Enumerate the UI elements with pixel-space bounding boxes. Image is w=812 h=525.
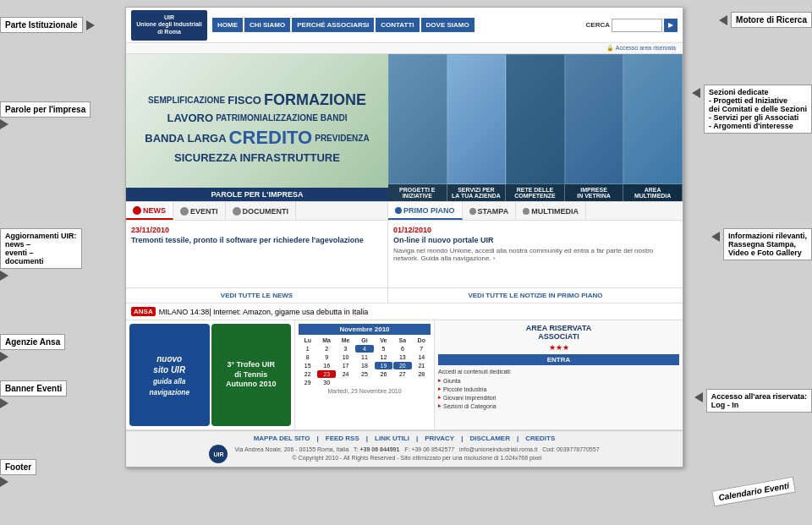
cal-ma: Ma	[317, 336, 335, 344]
cal-30[interactable]: 30	[317, 379, 335, 386]
nav-dove[interactable]: DOVE SIAMO	[421, 18, 475, 32]
cal-17[interactable]: 17	[337, 362, 354, 369]
hero-nav-imprese[interactable]: IMPRESEIN VETRINA	[565, 184, 624, 201]
cal-21[interactable]: 21	[413, 362, 431, 369]
cal-gi: Gi	[355, 336, 373, 344]
footer-privacy[interactable]: PRIVACY	[425, 435, 454, 442]
primo-piano-date: 01/12/2010	[393, 226, 678, 234]
cal-11[interactable]: 11	[355, 353, 373, 361]
cal-16[interactable]: 16	[317, 362, 335, 369]
documenti-icon	[233, 207, 241, 216]
cal-18[interactable]: 18	[355, 362, 373, 369]
cal-24[interactable]: 24	[337, 370, 354, 378]
footer-sep4: |	[461, 435, 463, 442]
cal-14[interactable]: 14	[413, 353, 431, 361]
hero-nav-bar: PROGETTI EINIZIATIVE SERVIZI PERLA TUA A…	[388, 184, 683, 201]
news-right-tabs: PRIMO PIANO STAMPA MULTIMEDIA	[388, 202, 683, 221]
banner-area: nuovosito UIRguida allanavigazione 3° Tr…	[126, 320, 295, 429]
search-input[interactable]	[612, 19, 662, 32]
tab-multimedia[interactable]: MULTIMEDIA	[516, 202, 586, 220]
cal-4[interactable]: 4	[355, 345, 373, 353]
bottom-section: nuovosito UIRguida allanavigazione 3° Tr…	[126, 320, 683, 430]
footer-link-utili[interactable]: LINK UTILI	[375, 435, 409, 442]
cal-ve: Ve	[375, 336, 392, 344]
cal-6[interactable]: 6	[393, 345, 411, 353]
kw-credito: CREDITO	[229, 127, 313, 149]
footer-credits[interactable]: CREDITS	[525, 435, 555, 442]
area-list: Giunta Piccole Industria Giovani Imprend…	[438, 376, 679, 410]
banner-trofeo[interactable]: 3° Trofeo UIRdi TennisAutunno 2010	[211, 324, 292, 426]
cal-lu: Lu	[299, 336, 316, 344]
news-left: NEWS EVENTI DOCUMENTI 23/11/2010 Tremont…	[126, 202, 388, 303]
cal-23[interactable]: 23	[317, 370, 335, 378]
cal-28[interactable]: 28	[413, 370, 431, 378]
cal-3[interactable]: 3	[337, 345, 354, 353]
tab-primo-piano[interactable]: PRIMO PIANO	[388, 202, 463, 220]
cal-25[interactable]: 25	[355, 370, 373, 378]
arrow-left-icon2	[692, 88, 700, 98]
cal-10[interactable]: 10	[337, 353, 354, 361]
hero-nav-servizi[interactable]: SERVIZI PERLA TUA AZIENDA	[447, 184, 507, 201]
cal-9[interactable]: 9	[317, 353, 335, 361]
tab-news[interactable]: NEWS	[126, 202, 173, 220]
ansa-ticker: MILANO 14:38| Internet: Amazon, gigame u…	[159, 308, 368, 316]
arrow-right-icon2	[0, 119, 8, 129]
cal-22[interactable]: 22	[299, 370, 316, 378]
cal-26[interactable]: 26	[375, 370, 392, 378]
search-button[interactable]: ▶	[664, 19, 678, 32]
hero-cell-3	[506, 54, 565, 184]
hero-nav-area[interactable]: AREAMULTIMEDIA	[623, 184, 683, 201]
nav-home[interactable]: HOME	[212, 18, 243, 32]
area-intro: Accedi ai contenuti dedicati:	[438, 369, 679, 375]
news-tabs: NEWS EVENTI DOCUMENTI	[126, 202, 387, 221]
cal-7[interactable]: 7	[413, 345, 431, 353]
motore-ricerca-label: Motore di Ricerca	[719, 12, 812, 28]
area-entra-button[interactable]: ENTRA	[438, 354, 679, 365]
footer-disclamer[interactable]: DISCLAMER	[469, 435, 510, 442]
cal-5[interactable]: 5	[375, 345, 392, 353]
parte-istituzionale-label: Parte Istituzionale	[0, 17, 95, 33]
news-right-footer[interactable]: VEDI TUTTE LE NOTIZIE IN PRIMO PIANO	[388, 287, 683, 303]
banner-eventi-label: Banner Eventi	[0, 380, 67, 408]
calendario-eventi-label: Calendario Eventi	[711, 477, 796, 507]
ansa-bar: ANSA MILANO 14:38| Internet: Amazon, gig…	[126, 304, 683, 320]
footer-copyright: © Copyright 2010 - All Rights Reserved -…	[234, 454, 599, 462]
cal-19[interactable]: 19	[375, 362, 392, 369]
tab-stampa[interactable]: STAMPA	[463, 202, 517, 220]
area-list-giunta[interactable]: Giunta	[438, 376, 679, 385]
hero-section: SEMPLIFICAZIONE FISCO FORMAZIONE LAVORO …	[126, 54, 683, 202]
area-list-giovani[interactable]: Giovani Imprenditori	[438, 393, 679, 402]
accesso-area-label: Accesso all'area riservata: Log - In	[694, 389, 812, 413]
hero-image: PROGETTI EINIZIATIVE SERVIZI PERLA TUA A…	[388, 54, 683, 201]
hero-nav-rete[interactable]: RETE DELLECOMPETENZE	[506, 184, 565, 201]
area-list-piccole[interactable]: Piccole Industria	[438, 385, 679, 393]
banner-nuovo-sito[interactable]: nuovosito UIRguida allanavigazione	[129, 324, 210, 426]
tab-documenti[interactable]: DOCUMENTI	[226, 202, 297, 220]
lock-icon: 🔒	[606, 45, 614, 51]
nav-bar: HOME CHI SIAMO PERCHÉ ASSOCIARSI CONTATT…	[212, 18, 583, 32]
area-list-sezioni[interactable]: Sezioni di Categoria	[438, 402, 679, 410]
nav-chi-siamo[interactable]: CHI SIAMO	[244, 18, 290, 32]
cal-8[interactable]: 8	[299, 353, 316, 361]
footer-logo-area: UIR Via Andrea Noale, 206 - 00155 Roma, …	[133, 445, 676, 463]
hero-nav-progetti[interactable]: PROGETTI EINIZIATIVE	[388, 184, 447, 201]
tab-eventi[interactable]: EVENTI	[173, 202, 226, 220]
nav-perche[interactable]: PERCHÉ ASSOCIARSI	[292, 18, 374, 32]
cal-15[interactable]: 15	[299, 362, 316, 369]
hero-right: PROGETTI EINIZIATIVE SERVIZI PERLA TUA A…	[388, 54, 683, 201]
footer-mappa[interactable]: MAPPA DEL SITO	[254, 435, 310, 442]
hero-left: SEMPLIFICAZIONE FISCO FORMAZIONE LAVORO …	[126, 54, 388, 201]
news-title[interactable]: Tremonti tessile, pronto il software per…	[131, 236, 382, 244]
cal-2[interactable]: 2	[317, 345, 335, 353]
footer-rss[interactable]: FEED RSS	[326, 435, 359, 442]
cal-29[interactable]: 29	[299, 379, 316, 386]
cal-27[interactable]: 27	[393, 370, 411, 378]
primo-piano-title[interactable]: On-line il nuovo portale UIR	[393, 236, 678, 244]
nav-contatti[interactable]: CONTATTI	[376, 18, 419, 32]
cal-13[interactable]: 13	[393, 353, 411, 361]
cal-1[interactable]: 1	[299, 345, 316, 353]
cal-12[interactable]: 12	[375, 353, 392, 361]
news-footer[interactable]: VEDI TUTTE LE NEWS	[126, 287, 387, 303]
footer-logo: UIR	[209, 445, 228, 463]
cal-20[interactable]: 20	[393, 362, 411, 369]
